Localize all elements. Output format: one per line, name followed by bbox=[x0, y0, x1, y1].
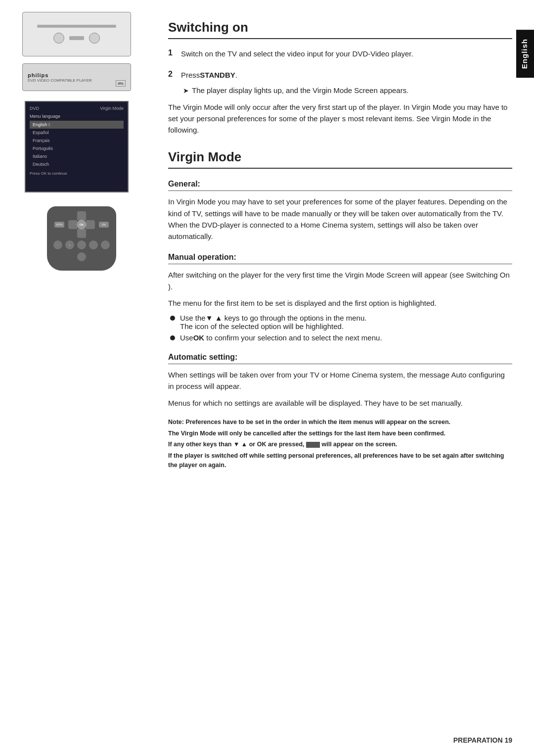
screen-header-left: DVD bbox=[30, 106, 39, 111]
step-2-arrow: ➤ The player display lights up, and the … bbox=[183, 86, 512, 94]
dpad-left bbox=[68, 220, 77, 229]
bullet-circle-2 bbox=[170, 335, 175, 340]
note-1: Note: Preferences have to be set in the … bbox=[168, 418, 512, 427]
step-1-number: 1 bbox=[168, 48, 181, 57]
automatic-setting-subtitle: Automatic setting: bbox=[168, 353, 512, 364]
step-2-arrow-text: The player display lights up, and the Vi… bbox=[192, 86, 408, 94]
dvd-button-2 bbox=[89, 33, 100, 44]
step-1-text: Switch on the TV and select the video in… bbox=[181, 48, 512, 59]
bullet-1-text: Use the▼ ▲ keys to go through the option… bbox=[180, 314, 366, 331]
bullet-2-text: UseOK to confirm your selection and to s… bbox=[180, 333, 382, 342]
main-content: Switching on 1 Switch on the TV and sele… bbox=[153, 0, 512, 756]
remote-control: RTN OK OK - + bbox=[47, 206, 116, 271]
left-column: philips DVD VIDEO COMPATIBLE PLAYER dts … bbox=[0, 0, 153, 276]
dvd-button-1 bbox=[53, 33, 64, 44]
note-4: If the player is switched off while sett… bbox=[168, 451, 512, 470]
step-2-press: PressSTANDBY. bbox=[181, 69, 512, 81]
device-illustration: philips DVD VIDEO COMPATIBLE PLAYER dts bbox=[0, 0, 153, 96]
dvd-device-top bbox=[22, 12, 131, 56]
remote-vol-down: - bbox=[53, 240, 62, 249]
blocked-icon bbox=[306, 442, 320, 448]
ok-bold: OK bbox=[193, 333, 205, 342]
manual-op-body1: After switching on the player for the ve… bbox=[168, 269, 512, 292]
dpad-ok: OK bbox=[77, 220, 87, 230]
screen-header-right: Virgin Mode bbox=[100, 106, 124, 111]
step-2-content: PressSTANDBY. ➤ The player display light… bbox=[181, 69, 512, 96]
auto-setting-body1: When settings will be taken over from yo… bbox=[168, 369, 512, 392]
virgin-mode-screen: DVD Virgin Mode Menu language English  … bbox=[25, 101, 129, 192]
step-2: 2 PressSTANDBY. ➤ The player display lig… bbox=[168, 69, 512, 96]
bullet-item-2: UseOK to confirm your selection and to s… bbox=[170, 333, 512, 342]
remote-btn-d bbox=[77, 252, 86, 261]
note-2: The Virgin Mode will only be cancelled a… bbox=[168, 429, 512, 438]
screen-item-italiano: Italiano bbox=[30, 152, 124, 160]
dts-badge: dts bbox=[116, 80, 126, 87]
step-1: 1 Switch on the TV and select the video … bbox=[168, 48, 512, 64]
screen-item-deutsch: Deutsch bbox=[30, 160, 124, 168]
dpad-up bbox=[77, 211, 86, 220]
switching-on-title: Switching on bbox=[168, 20, 512, 39]
dvd-device-body: philips DVD VIDEO COMPATIBLE PLAYER dts bbox=[22, 63, 131, 91]
screen-menu-label: Menu language bbox=[30, 114, 124, 119]
remote-btn-a bbox=[77, 240, 86, 249]
remote-control-section: RTN OK OK - + bbox=[0, 202, 153, 276]
dvd-controls bbox=[53, 33, 100, 44]
screen-header: DVD Virgin Mode bbox=[30, 106, 124, 111]
remote-top-row: RTN OK OK bbox=[54, 211, 109, 238]
manual-op-body2: The menu for the first item to be set is… bbox=[168, 297, 512, 309]
note-3: If any other keys than ▼ ▲ or OK are pre… bbox=[168, 440, 512, 449]
manual-operation-subtitle: Manual operation: bbox=[168, 253, 512, 264]
bullet-circle-1 bbox=[170, 316, 175, 321]
remote-btn-b bbox=[89, 240, 98, 249]
screen-section: DVD Virgin Mode Menu language English  … bbox=[0, 96, 153, 202]
dvd-model-text: DVD VIDEO COMPATIBLE PLAYER bbox=[28, 78, 126, 83]
screen-item-portugues: Português bbox=[30, 144, 124, 152]
screen-item-espanol: Español bbox=[30, 129, 124, 137]
remote-bottom-row: - + bbox=[51, 240, 112, 261]
brand-label: philips bbox=[28, 72, 126, 78]
dvd-display bbox=[69, 36, 84, 40]
standby-bold: STANDBY bbox=[200, 71, 235, 79]
remote-dpad: OK bbox=[68, 211, 95, 238]
english-tab: English bbox=[516, 30, 534, 78]
switching-on-body: The Virgin Mode will only occur after th… bbox=[168, 101, 512, 136]
screen-footer: Press OK to continue bbox=[30, 171, 124, 176]
dpad-down bbox=[77, 229, 86, 238]
dpad-right bbox=[86, 220, 95, 229]
virgin-mode-title: Virgin Mode bbox=[168, 149, 512, 169]
remote-ok-btn: OK bbox=[99, 222, 109, 228]
screen-item-english: English  bbox=[30, 121, 124, 129]
notes-section: Note: Preferences have to be set in the … bbox=[168, 418, 512, 470]
remote-btn-c bbox=[101, 240, 110, 249]
arrow-icon: ➤ bbox=[183, 87, 189, 94]
dvd-slot bbox=[37, 25, 116, 28]
auto-setting-body2: Menus for which no settings are availabl… bbox=[168, 397, 512, 409]
page-footer: PREPARATION 19 bbox=[453, 736, 512, 744]
screen-item-francais: Français bbox=[30, 137, 124, 144]
general-subtitle: General: bbox=[168, 180, 512, 191]
general-body: In Virgin Mode you may have to set your … bbox=[168, 196, 512, 242]
remote-vol-up: + bbox=[65, 240, 74, 249]
remote-return-btn: RTN bbox=[54, 222, 64, 228]
step-2-number: 2 bbox=[168, 70, 181, 79]
bullet-item-1: Use the▼ ▲ keys to go through the option… bbox=[170, 314, 512, 331]
